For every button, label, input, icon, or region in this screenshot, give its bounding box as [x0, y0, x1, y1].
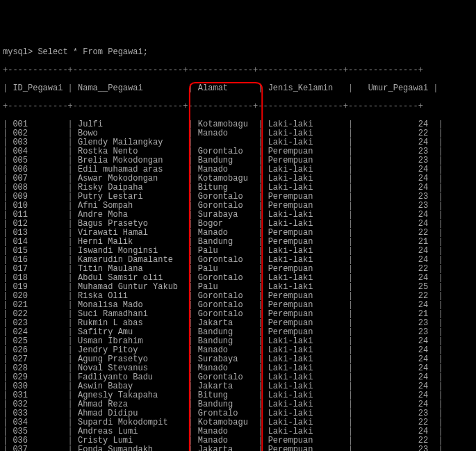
cell-nama: Fonda Sumandakh: [78, 445, 188, 451]
table-row: | 037| Fonda Sumandakh| Jakarta| Perempu…: [3, 445, 473, 451]
cell-umur: 23: [358, 445, 433, 451]
col-nama: Nama__Pegawai: [78, 83, 143, 93]
col-jk: Jenis_Kelamin: [268, 84, 348, 93]
table-body: | 001| Julfi| Kotamobagu| Laki-laki| 24 …: [3, 120, 473, 451]
col-alamat: Alamat: [198, 84, 258, 93]
terminal-output: mysql> Select * From Pegawai; +---------…: [3, 39, 473, 451]
cell-alamat: Jakarta: [198, 445, 258, 451]
col-id: ID_Pegawai: [13, 84, 67, 93]
table-border-top: +------------+----------------------+---…: [3, 66, 473, 75]
table-border-mid: +------------+----------------------+---…: [3, 102, 473, 111]
cell-id: 037: [13, 445, 67, 451]
cell-alamat: Manado: [198, 129, 258, 138]
table-header-row: | ID_Pegawai| Nama__Pegawai| Alamat| Jen…: [3, 84, 473, 93]
col-umur: Umur_Pegawai: [358, 84, 433, 93]
cell-jk: Perempuan: [268, 445, 348, 451]
sql-prompt: mysql> Select * From Pegawai;: [3, 48, 473, 57]
